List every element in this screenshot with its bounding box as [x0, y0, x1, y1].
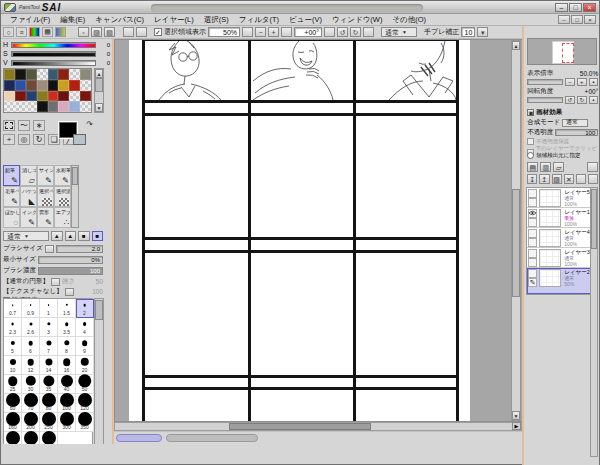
- swatch-scroll-thumb[interactable]: [95, 78, 103, 92]
- color-swatch-1[interactable]: [15, 69, 26, 80]
- delete-layer-button[interactable]: ✕: [564, 174, 574, 184]
- brush-size-0.7[interactable]: 0.7: [4, 299, 22, 318]
- color-swatch-31[interactable]: [80, 101, 91, 112]
- edge-shape-dropdown[interactable]: [51, 278, 60, 286]
- rotate-view-icon[interactable]: ↻: [33, 134, 45, 145]
- maximize-button[interactable]: □: [569, 3, 582, 12]
- brush-density-slider[interactable]: 100: [38, 267, 103, 275]
- brush-shape-square-1[interactable]: ■: [78, 231, 90, 241]
- zoom-reset-button[interactable]: [242, 27, 253, 37]
- child-maximize-button[interactable]: □: [571, 15, 583, 24]
- preserve-opacity-checkbox[interactable]: [527, 138, 534, 145]
- swatch-scroll-up-icon[interactable]: ▲: [95, 69, 103, 78]
- layer-row-レイヤー3[interactable]: レイヤー3通常100%: [527, 248, 591, 268]
- undo-button[interactable]: [123, 27, 134, 37]
- brush-size-4[interactable]: 4: [76, 318, 94, 337]
- brush-size-slider[interactable]: 2.0: [56, 245, 103, 253]
- brush-size-350[interactable]: 350: [76, 413, 94, 432]
- swatch-scrollbar[interactable]: ▲ ▼: [94, 68, 104, 113]
- new-layerset-button[interactable]: ▥: [540, 162, 551, 172]
- selection-tool-button-1[interactable]: ▫: [78, 27, 89, 37]
- brush-shape-square-2[interactable]: ■: [92, 231, 104, 241]
- color-swatch-29[interactable]: [58, 101, 69, 112]
- lasso-icon[interactable]: 〜: [18, 120, 30, 131]
- color-swatch-10[interactable]: [26, 80, 37, 91]
- menu-item-1[interactable]: 編集(E): [55, 15, 90, 25]
- color-swatch-0[interactable]: [4, 69, 15, 80]
- swatch-scroll-down-icon[interactable]: ▼: [95, 103, 103, 112]
- brush-size-80[interactable]: 80: [40, 394, 58, 413]
- min-size-slider[interactable]: 0%: [38, 256, 103, 264]
- color-swatch-28[interactable]: [48, 101, 59, 112]
- menu-item-3[interactable]: レイヤー(L): [149, 15, 199, 25]
- canvas-page[interactable]: [129, 39, 470, 422]
- brush-size-60[interactable]: 60: [4, 394, 22, 413]
- layer-thumbnail[interactable]: [539, 189, 561, 207]
- canvas-viewport[interactable]: ▲ ▼: [114, 39, 522, 422]
- toolbar-blend-mode-dropdown[interactable]: 通常▼: [381, 27, 417, 37]
- tool-10[interactable]: 雲形✎: [37, 207, 54, 228]
- color-swatch-9[interactable]: [15, 80, 26, 91]
- brush-size-1.5[interactable]: 1.5: [58, 299, 76, 318]
- hue-slider[interactable]: [11, 42, 96, 48]
- selection-tool-button-2[interactable]: ▨: [91, 27, 102, 37]
- selection-tool-button-3[interactable]: ▧: [104, 27, 115, 37]
- stabilizer-value-input[interactable]: 10: [461, 27, 475, 37]
- brush-size-palette-button[interactable]: [45, 245, 54, 253]
- close-button[interactable]: ×: [583, 3, 596, 12]
- menu-item-2[interactable]: キャンバス(C): [90, 15, 149, 25]
- canvas-scroll-right-icon[interactable]: ▶: [512, 422, 521, 430]
- menu-item-4[interactable]: 選択(S): [199, 15, 234, 25]
- brush-size-35[interactable]: 35: [40, 375, 58, 394]
- color-swatch-25[interactable]: [15, 101, 26, 112]
- brush-size-1[interactable]: 1: [40, 299, 58, 318]
- tool-grid-scrollbar[interactable]: [71, 165, 79, 228]
- new-folder-button[interactable]: ▱: [553, 162, 564, 172]
- navigator[interactable]: [527, 38, 597, 65]
- tool-3[interactable]: 水彩筆✎: [54, 165, 71, 186]
- layer-row-レイヤー2[interactable]: ✎レイヤー2通常50%: [527, 268, 591, 294]
- tool-4[interactable]: 毛筆ペン✎: [3, 186, 20, 207]
- zoom-input[interactable]: 50%: [208, 27, 240, 37]
- color-swatch-13[interactable]: [58, 80, 69, 91]
- nav-rotate-cw-button[interactable]: ↻: [577, 96, 587, 104]
- color-swatch-20[interactable]: [48, 91, 59, 102]
- color-swatch-15[interactable]: [80, 80, 91, 91]
- canvas-vscroll-thumb[interactable]: [512, 189, 520, 297]
- zoom-fit-button[interactable]: [281, 27, 292, 37]
- tool-grid-scroll-thumb[interactable]: [72, 167, 78, 185]
- stabilizer-dropdown-button[interactable]: ▾: [477, 27, 488, 37]
- canvas-hscrollbar[interactable]: ▶: [114, 422, 522, 431]
- layer-visibility-icon[interactable]: [528, 209, 537, 218]
- tool-1[interactable]: 消しゴム▱: [20, 165, 37, 186]
- size-palette-scrollbar[interactable]: [94, 298, 104, 444]
- brush-size-12[interactable]: 12: [22, 356, 40, 375]
- color-swatch-24[interactable]: [4, 101, 15, 112]
- brush-size-10[interactable]: 10: [4, 356, 22, 375]
- brush-size-9[interactable]: 9: [76, 337, 94, 356]
- layer-row-レイヤー4[interactable]: レイヤー4通常100%: [527, 228, 591, 248]
- brush-size-250[interactable]: 250: [40, 413, 58, 432]
- brush-size-8[interactable]: 8: [58, 337, 76, 356]
- nav-rotation-reset-button[interactable]: ▪: [589, 96, 599, 104]
- size-palette-scroll-thumb[interactable]: [95, 300, 103, 320]
- child-close-button[interactable]: ×: [584, 15, 596, 24]
- zoom-out-button[interactable]: −: [255, 27, 266, 37]
- tool-6[interactable]: 選択ペン: [37, 186, 54, 207]
- nav-rotate-ccw-button[interactable]: ↺: [565, 96, 575, 104]
- layer-list-scrollbar[interactable]: [590, 187, 598, 457]
- brush-size-50[interactable]: 50: [76, 375, 94, 394]
- layer-extra-button-2[interactable]: [588, 174, 598, 184]
- layer-visibility-icon[interactable]: [528, 189, 537, 198]
- brush-shape-triangle-1[interactable]: ▲: [51, 231, 63, 241]
- child-minimize-button[interactable]: –: [558, 15, 570, 24]
- color-swatch-12[interactable]: [48, 80, 59, 91]
- brush-size-30[interactable]: 30: [22, 375, 40, 394]
- layer-visibility-icon[interactable]: [528, 249, 537, 258]
- menu-item-7[interactable]: ウィンドウ(W): [327, 15, 387, 25]
- rotate-cw-button[interactable]: ↻: [350, 27, 361, 37]
- color-swatch-5[interactable]: [58, 69, 69, 80]
- tool-11[interactable]: エアブラシ∴: [54, 207, 71, 228]
- color-swatch-8[interactable]: [4, 80, 15, 91]
- flip-view-button[interactable]: [363, 27, 374, 37]
